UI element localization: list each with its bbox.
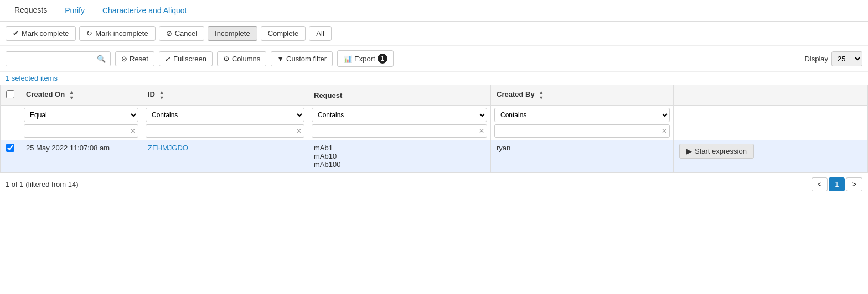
selected-items-info: 1 selected items	[0, 72, 868, 85]
filter-id-cell: Contains Does not contain Equals Starts …	[142, 106, 308, 140]
custom-filter-button[interactable]: ▼ Custom filter	[271, 51, 333, 66]
columns-button[interactable]: ⚙ Columns	[217, 51, 266, 66]
complete-filter-button[interactable]: Complete	[261, 26, 306, 41]
table-filter-row: Equal Not equal Before After ✕ Contains …	[1, 106, 868, 140]
reset-button[interactable]: ⊘ Reset	[115, 51, 154, 66]
footer-info: 1 of 1 (filtered from 14)	[6, 180, 79, 188]
row-id-link[interactable]: ZEHMJGDO	[148, 144, 188, 152]
complete-label: Complete	[268, 29, 299, 38]
created-by-sort-icon: ▲ ▼	[539, 90, 544, 101]
col-header-action	[674, 85, 868, 106]
row-action-cell: ▶ Start expression	[674, 140, 868, 172]
search-wrapper: 🔍	[6, 51, 111, 66]
filter-created-by-input-wrapper: ✕	[494, 124, 670, 138]
filter-created-on-input[interactable]	[24, 124, 138, 138]
filter-request-cell: Contains Does not contain Equals Starts …	[308, 106, 491, 140]
check-icon: ✔	[13, 29, 19, 38]
row-created-by: ryan	[491, 140, 674, 172]
filter-created-on-select[interactable]: Equal Not equal Before After	[24, 108, 138, 122]
filter-created-on-clear-icon[interactable]: ✕	[130, 127, 136, 135]
selected-items-link[interactable]: 1 selected items	[6, 74, 58, 82]
filter-id-input-wrapper: ✕	[146, 124, 304, 138]
id-label: ID	[148, 90, 155, 98]
select-all-checkbox[interactable]	[6, 90, 14, 98]
filter-created-by-clear-icon[interactable]: ✕	[662, 127, 667, 135]
tab-characterize[interactable]: Characterize and Aliquot	[94, 1, 196, 20]
incomplete-label: Incomplete	[215, 29, 250, 38]
filter-created-by-select[interactable]: Contains Does not contain Equals Starts …	[494, 108, 670, 122]
search-input[interactable]	[6, 52, 92, 66]
action-toolbar: ✔ Mark complete ↻ Mark incomplete ⊘ Canc…	[0, 22, 868, 46]
custom-filter-label: Custom filter	[286, 55, 327, 63]
col-header-created-on[interactable]: Created On ▲ ▼	[20, 85, 142, 106]
incomplete-filter-button[interactable]: Incomplete	[208, 26, 257, 41]
export-button[interactable]: 📊 Export 1	[337, 50, 394, 67]
col-header-created-by[interactable]: Created By ▲ ▼	[491, 85, 674, 106]
search-icon: 🔍	[97, 55, 106, 63]
export-icon: 📊	[343, 55, 352, 63]
export-badge: 1	[378, 54, 388, 64]
filter-request-input[interactable]	[312, 124, 487, 138]
cancel-label: Cancel	[175, 29, 197, 38]
refresh-icon: ↻	[86, 29, 92, 38]
mark-incomplete-label: Mark incomplete	[95, 29, 148, 38]
created-on-label: Created On	[26, 90, 65, 98]
filter-request-clear-icon[interactable]: ✕	[479, 127, 484, 135]
row-request: mAb1 mAb10 mAb100	[308, 140, 491, 172]
fullscreen-button[interactable]: ⤢ Fullscreen	[159, 51, 213, 66]
next-page-button[interactable]: >	[846, 177, 862, 191]
play-icon: ▶	[686, 147, 692, 155]
footer-bar: 1 of 1 (filtered from 14) < 1 >	[0, 172, 868, 196]
reset-label: Reset	[130, 55, 148, 63]
start-expression-button[interactable]: ▶ Start expression	[679, 144, 754, 159]
tabs-bar: Requests Purify Characterize and Aliquot	[0, 0, 868, 22]
row-checkbox-cell	[1, 140, 20, 172]
filter-created-by-cell: Contains Does not contain Equals Starts …	[491, 106, 674, 140]
pagination: < 1 >	[812, 177, 862, 191]
display-select[interactable]: 25 10 50 100	[831, 51, 862, 66]
row-created-on: 25 May 2022 11:07:08 am	[20, 140, 142, 172]
filter-id-select[interactable]: Contains Does not contain Equals Starts …	[146, 108, 304, 122]
filter-request-input-wrapper: ✕	[312, 124, 487, 138]
id-sort-icon: ▲ ▼	[159, 90, 164, 101]
request-label: Request	[314, 91, 342, 99]
filter-action-cell	[674, 106, 868, 140]
mark-complete-label: Mark complete	[22, 29, 69, 38]
tab-requests[interactable]: Requests	[6, 0, 56, 21]
display-label: Display	[804, 55, 828, 63]
mark-incomplete-button[interactable]: ↻ Mark incomplete	[79, 26, 155, 41]
filter-id-input[interactable]	[146, 124, 304, 138]
selected-count: 1	[6, 74, 9, 82]
filter-id-clear-icon[interactable]: ✕	[296, 127, 302, 135]
search-button[interactable]: 🔍	[92, 52, 110, 66]
created-on-sort-icon: ▲ ▼	[69, 90, 74, 101]
col-header-id[interactable]: ID ▲ ▼	[142, 85, 308, 106]
selected-items-label: selected items	[12, 74, 58, 82]
page-1-button[interactable]: 1	[829, 177, 845, 191]
col-header-request: Request	[308, 85, 491, 106]
prev-page-button[interactable]: <	[812, 177, 828, 191]
data-table: Created On ▲ ▼ ID ▲ ▼ Request Created By	[0, 85, 868, 172]
filter-request-select[interactable]: Contains Does not contain Equals Starts …	[312, 108, 487, 122]
filter-created-on-input-wrapper: ✕	[24, 124, 138, 138]
filter-icon: ▼	[277, 55, 284, 63]
reset-icon: ⊘	[121, 55, 127, 63]
mark-complete-button[interactable]: ✔ Mark complete	[6, 26, 76, 41]
select-all-header[interactable]	[1, 85, 20, 106]
export-label: Export	[354, 55, 375, 63]
created-by-label: Created By	[497, 90, 535, 98]
row-id[interactable]: ZEHMJGDO	[142, 140, 308, 172]
all-label: All	[316, 29, 324, 38]
cancel-icon: ⊘	[166, 29, 172, 38]
all-filter-button[interactable]: All	[309, 26, 331, 41]
row-select-checkbox[interactable]	[6, 144, 14, 152]
table-header-row: Created On ▲ ▼ ID ▲ ▼ Request Created By	[1, 85, 868, 106]
display-control: Display 25 10 50 100	[804, 51, 862, 66]
tab-purify[interactable]: Purify	[56, 1, 94, 20]
cancel-button[interactable]: ⊘ Cancel	[159, 26, 204, 41]
columns-label: Columns	[232, 55, 260, 63]
filter-created-by-input[interactable]	[494, 124, 670, 138]
filter-bar: 🔍 ⊘ Reset ⤢ Fullscreen ⚙ Columns ▼ Custo…	[0, 46, 868, 72]
fullscreen-icon: ⤢	[165, 55, 171, 63]
fullscreen-label: Fullscreen	[173, 55, 206, 63]
